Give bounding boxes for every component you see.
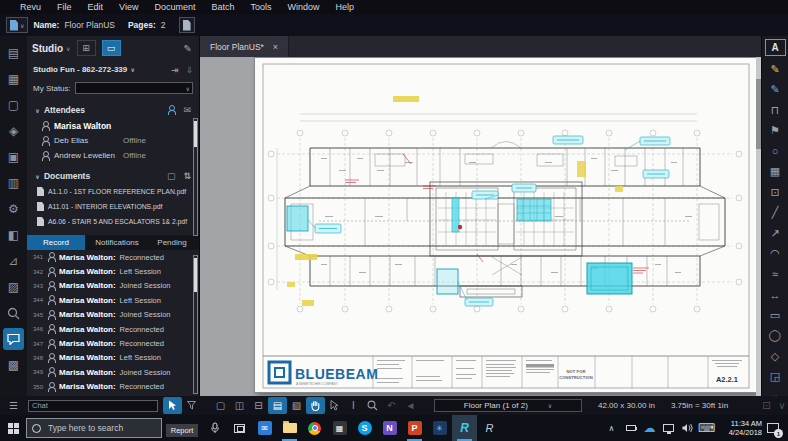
menu-help[interactable]: Help [327,2,362,12]
record-row[interactable]: 349Marisa Walton:Joined Session [27,365,199,379]
onedrive-cloud-icon[interactable]: ☁ [640,415,659,441]
touch-keyboard-icon[interactable]: ⌨ [697,415,716,441]
filter-funnel-icon[interactable] [182,397,201,414]
polygon-tool-icon[interactable]: ◇ [765,346,786,367]
capture-icon[interactable]: ▨ [3,274,24,300]
menu-revu[interactable]: Revu [12,2,49,12]
bluebeam-app-icon[interactable]: ✳ [427,415,452,441]
studio-icon[interactable] [3,328,24,350]
add-document-icon[interactable]: ▢ [167,171,176,181]
pan-hand-icon[interactable] [306,397,325,414]
measurements-icon[interactable]: ⊿ [3,248,24,274]
ellipse-tool-icon[interactable]: ○ [765,141,786,162]
record-row[interactable]: 345Marisa Walton:Joined Session [27,308,199,322]
tray-expand-icon[interactable]: ∧ [602,415,621,441]
document-view[interactable]: BLUEBEAM A NEMETSCHEK COMPANY NOT FOR CO… [200,57,761,396]
export-document-icon[interactable]: ▧ [287,397,306,414]
eraser-tool-icon[interactable]: ⊓ [765,100,786,121]
menu-window[interactable]: Window [279,2,327,12]
speaker-icon[interactable] [678,415,697,441]
split-horizontal-icon[interactable]: ⊟ [249,397,268,414]
menu-document[interactable]: Document [146,2,203,12]
studio-sessions-button[interactable]: ▭ [102,40,121,56]
record-row[interactable]: 348Marisa Walton:Left Session [27,351,199,365]
pdf-sheet[interactable]: BLUEBEAM A NEMETSCHEK COMPANY NOT FOR CO… [255,58,757,392]
battery-icon[interactable] [621,415,640,441]
split-vertical-icon[interactable]: ◫ [230,397,249,414]
close-icon[interactable]: × [273,42,278,52]
attendee-row[interactable]: Marisa Walton [27,118,199,133]
email-icon[interactable]: ✉ [183,105,191,115]
markups-list-icon[interactable]: ▩ [3,352,24,378]
menu-file[interactable]: File [49,2,80,12]
tab-notifications[interactable]: Notifications [85,235,149,250]
flag-tool-icon[interactable]: ⚑ [765,121,786,142]
studio-projects-button[interactable]: ⊞ [77,40,96,56]
dimension-tool-icon[interactable]: ↔ [765,285,786,306]
tool-chest-icon[interactable]: ▣ [3,144,24,170]
record-row[interactable]: 346Marisa Walton:Reconnected [27,322,199,336]
red-annotations[interactable] [345,154,649,273]
tab-record[interactable]: Record [27,235,85,250]
layers-icon[interactable]: ◈ [3,118,24,144]
split-view-icon[interactable]: ▥ [3,170,24,196]
text-tool-icon[interactable]: A [765,39,786,56]
menu-edit[interactable]: Edit [80,2,112,12]
panel-scrollbar[interactable] [193,118,198,236]
statusbar-chevron-icon[interactable]: ∨ [776,397,788,414]
collapse-chevron-icon[interactable]: ∨ [35,107,40,114]
menu-view[interactable]: View [111,2,146,12]
documents-header[interactable]: ∨ Documents ▢ ⇅ [27,168,199,184]
mail-app-icon[interactable]: ✉ [252,415,277,441]
windows-ink-icon[interactable] [202,415,227,441]
bookmarks-icon[interactable]: ▢ [3,92,24,118]
rectangle-tool-icon[interactable]: ▭ [765,305,786,326]
record-row[interactable]: 342Marisa Walton:Left Session [27,264,199,278]
circle-tool-icon[interactable]: ◯ [765,326,786,347]
select-text-icon[interactable]: I [344,397,363,414]
zoom-icon[interactable] [363,397,382,414]
chat-input[interactable] [28,400,158,412]
finish-session-icon[interactable]: ⇥ [171,65,179,75]
page-setup-button[interactable] [179,17,195,33]
chrome-icon[interactable] [302,415,327,441]
onenote-icon[interactable]: N [377,415,402,441]
alert-cursor-icon[interactable] [163,397,182,414]
select-arrow-icon[interactable] [325,397,344,414]
record-row[interactable]: 343Marisa Walton:Joined Session [27,279,199,293]
chevron-down-icon[interactable]: ∨ [66,45,70,52]
attendee-row[interactable]: Deb Elias Offline [27,133,199,148]
search-icon[interactable] [3,300,24,326]
revu-active-icon[interactable]: R [452,415,477,441]
record-row[interactable]: 347Marisa Walton:Reconnected [27,336,199,350]
callout-tool-icon[interactable]: ◲ [765,367,786,388]
polyline-tool-icon[interactable]: ≈ [765,264,786,285]
action-center-button[interactable]: 1 [762,415,784,441]
menu-tools[interactable]: Tools [242,2,279,12]
tab-pending[interactable]: Pending [149,235,195,250]
display-icon[interactable] [659,415,678,441]
file-dropdown[interactable]: ∨ [6,17,28,33]
image-tool-icon[interactable]: ▦ [765,162,786,183]
record-row[interactable]: 344Marisa Walton:Left Session [27,293,199,307]
start-button[interactable] [0,415,26,441]
search-input[interactable] [46,422,156,434]
record-row[interactable]: 350Marisa Walton:Reconnected [27,380,199,394]
document-row[interactable]: A1.1.0 - 1ST FLOOR REFERENCE PLAN.pdf [27,184,199,199]
markup-mode-icon[interactable]: ▤ [268,397,287,414]
thumbnails-icon[interactable]: ▦ [3,66,24,92]
save-session-icon[interactable]: ⇓ [185,65,193,75]
previous-page-icon[interactable]: ◄ [401,397,420,414]
revu-alt-icon[interactable]: R [477,415,502,441]
single-page-view-icon[interactable]: ▢ [211,397,230,414]
markup-pen-icon[interactable]: ✎ [184,43,194,54]
sets-icon[interactable]: ◧ [3,222,24,248]
sort-icon[interactable]: ⇅ [183,171,191,181]
arc-tool-icon[interactable]: ◠ [765,244,786,265]
tab-floor-planus[interactable]: Floor PlanUS* × [200,36,289,57]
page-select[interactable]: Floor Plan (1 of 2) ∨ [434,399,582,412]
file-access-icon[interactable]: ▤ [3,40,24,66]
record-row[interactable]: 341Marisa Walton:Reconnected [27,250,199,264]
taskbar-clock[interactable]: 11:34 AM 4/24/2018 [716,419,762,437]
session-name[interactable]: Studio Fun - 862-272-339 [33,65,127,74]
